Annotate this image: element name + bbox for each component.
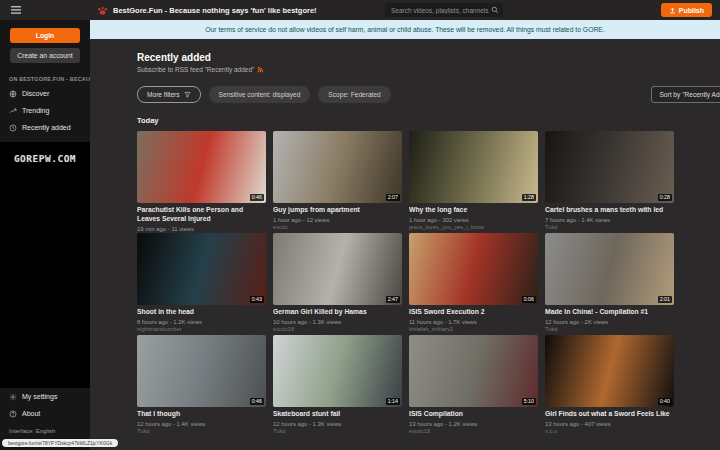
sidebar-item-recently-added[interactable]: Recently added [0, 119, 90, 136]
video-thumbnail[interactable]: 0:40 [545, 335, 674, 407]
video-card[interactable]: 2:01 Made In China! - Compilation #1 12 … [545, 233, 674, 335]
video-card[interactable]: 0:43 Shoot in the head 8 hours ago - 1.2… [137, 233, 266, 335]
question-icon [9, 410, 17, 418]
video-meta: 12 hours ago - 2K views [545, 319, 674, 325]
upload-icon [669, 7, 676, 14]
status-url-tooltip: bestgore.fun/w/78YFYDskcjr47kWLZ1jcYK0Gk [2, 439, 118, 447]
video-channel[interactable]: Tukd [137, 428, 266, 434]
video-title[interactable]: Guy jumps from apartment [273, 206, 402, 215]
video-title[interactable]: German Girl Killed by Hamas [273, 308, 402, 317]
scope-filter[interactable]: Scope: Federated [318, 86, 390, 103]
video-thumbnail[interactable]: 2:01 [545, 233, 674, 305]
video-thumbnail[interactable]: 0:46 [137, 131, 266, 203]
video-thumbnail[interactable]: 2:07 [273, 131, 402, 203]
video-title[interactable]: Parachutist Kills one Person and Leaves … [137, 206, 266, 224]
video-thumbnail[interactable]: 1:28 [409, 131, 538, 203]
video-channel[interactable]: Tukd [273, 428, 402, 434]
video-channel[interactable]: x.o.x [545, 428, 674, 434]
video-duration-badge: 2:47 [386, 296, 400, 303]
video-duration-badge: 0:06 [522, 296, 536, 303]
video-meta: 1 hour ago - 302 views [409, 217, 538, 223]
video-card[interactable]: 1:28 Why the long face 1 hour ago - 302 … [409, 131, 538, 233]
video-thumbnail[interactable]: 0:06 [409, 233, 538, 305]
video-thumbnail[interactable]: 2:47 [273, 233, 402, 305]
video-title[interactable]: Why the long face [409, 206, 538, 215]
sidebar-item-about[interactable]: About [0, 405, 90, 422]
rss-icon[interactable] [257, 66, 264, 73]
video-channel[interactable]: exotic [273, 224, 402, 230]
gear-icon [9, 393, 17, 401]
interface-language-label[interactable]: Interface: English [9, 428, 90, 434]
sensitive-content-filter[interactable]: Sensitive content: displayed [209, 86, 311, 103]
video-title[interactable]: ISIS Compilation [409, 410, 538, 419]
video-meta: 13 hours ago - 407 views [545, 421, 674, 427]
sidebar-section-heading: ON BESTGORE.FUN - BECAUS... [9, 76, 90, 82]
video-duration-badge: 0:28 [658, 194, 672, 201]
video-meta: 7 hours ago - 1.4K views [545, 217, 674, 223]
video-title[interactable]: That I though [137, 410, 266, 419]
video-duration-badge: 2:01 [658, 296, 672, 303]
video-title[interactable]: Shoot in the head [137, 308, 266, 317]
video-duration-badge: 0:46 [250, 194, 264, 201]
video-card[interactable]: 0:40 Girl Finds out what a Sword Feels L… [545, 335, 674, 437]
search-bar [385, 3, 503, 17]
filters-row: More filters Sensitive content: displaye… [137, 86, 720, 103]
video-channel[interactable]: Tukd [545, 326, 674, 332]
site-logo-paw-icon[interactable] [97, 5, 108, 16]
clock-icon [9, 124, 17, 132]
video-thumbnail[interactable]: 0:43 [137, 233, 266, 305]
sort-dropdown[interactable]: Sort by "Recently Added" [651, 86, 720, 103]
video-thumbnail[interactable]: 0:28 [545, 131, 674, 203]
site-title[interactable]: BestGore.Fun - Because nothing says 'fun… [113, 6, 317, 15]
video-channel[interactable]: exotic18 [409, 428, 538, 434]
publish-button[interactable]: Publish [661, 3, 712, 17]
sidebar-item-my-settings[interactable]: My settings [0, 388, 90, 405]
terms-banner: Our terms of service do not allow videos… [90, 20, 720, 39]
sidebar-ad-text[interactable]: GOREPW.COM [0, 153, 90, 164]
video-channel[interactable]: Tukd [545, 224, 674, 230]
terms-banner-text: Our terms of service do not allow videos… [205, 26, 605, 33]
video-meta: 12 hours ago - 1.3K views [273, 421, 402, 427]
video-duration-badge: 0:40 [658, 398, 672, 405]
video-card[interactable]: 0:06 ISIS Sword Execution 2 11 hours ago… [409, 233, 538, 335]
video-card[interactable]: 5:10 ISIS Compilation 13 hours ago - 1.2… [409, 335, 538, 437]
video-title[interactable]: Girl Finds out what a Sword Feels Like [545, 410, 674, 419]
login-button[interactable]: Login [10, 28, 80, 43]
search-icon[interactable] [491, 6, 499, 14]
video-duration-badge: 0:46 [250, 398, 264, 405]
video-title[interactable]: Skateboard stunt fail [273, 410, 402, 419]
filter-funnel-icon [184, 91, 191, 98]
video-thumbnail[interactable]: 0:46 [137, 335, 266, 407]
video-card[interactable]: 0:28 Cartel brushes a mans teeth with le… [545, 131, 674, 233]
trending-icon [9, 107, 17, 115]
search-input[interactable] [389, 6, 491, 15]
video-title[interactable]: Made In China! - Compilation #1 [545, 308, 674, 317]
video-thumbnail[interactable]: 1:14 [273, 335, 402, 407]
video-title[interactable]: ISIS Sword Execution 2 [409, 308, 538, 317]
video-channel[interactable]: nightmarebomber [137, 326, 266, 332]
sidebar-ad-banner[interactable]: GOREPW.COM [0, 142, 90, 388]
hamburger-menu-icon[interactable] [11, 6, 21, 14]
sidebar-item-trending[interactable]: Trending [0, 102, 90, 119]
globe-icon [9, 90, 17, 98]
video-meta: 11 hours ago - 1.7K views [409, 319, 538, 325]
create-account-button[interactable]: Create an account [10, 48, 80, 63]
video-card[interactable]: 2:47 German Girl Killed by Hamas 10 hour… [273, 233, 402, 335]
video-channel[interactable]: khilafah_military2 [409, 326, 538, 332]
rss-subscribe-link[interactable]: Subscribe to RSS feed "Recently added" [137, 66, 720, 73]
video-card[interactable]: 1:14 Skateboard stunt fail 12 hours ago … [273, 335, 402, 437]
video-card[interactable]: 0:46 That I though 12 hours ago - 1.4K v… [137, 335, 266, 437]
date-group-label: Today [137, 116, 720, 125]
video-card[interactable]: 0:46 Parachutist Kills one Person and Le… [137, 131, 266, 233]
sidebar-item-discover[interactable]: Discover [0, 85, 90, 102]
video-channel[interactable]: exotic18 [273, 326, 402, 332]
video-meta: 13 hours ago - 1.2K views [409, 421, 538, 427]
video-card[interactable]: 2:07 Guy jumps from apartment 1 hour ago… [273, 131, 402, 233]
video-channel[interactable]: jesus_loves_you_yes_i_know [409, 224, 538, 230]
video-duration-badge: 1:14 [386, 398, 400, 405]
video-meta: 8 hours ago - 1.2K views [137, 319, 266, 325]
more-filters-button[interactable]: More filters [137, 86, 201, 103]
video-thumbnail[interactable]: 5:10 [409, 335, 538, 407]
video-duration-badge: 2:07 [386, 194, 400, 201]
video-title[interactable]: Cartel brushes a mans teeth with led [545, 206, 674, 215]
